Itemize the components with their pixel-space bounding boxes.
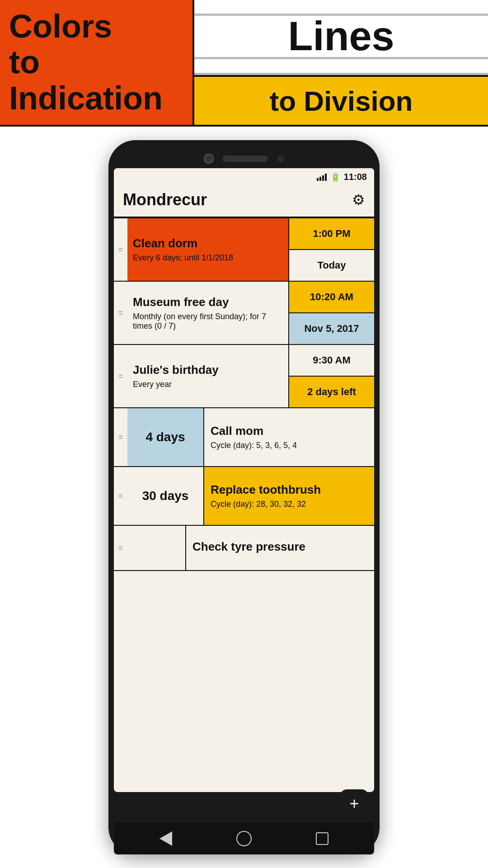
item-title: Julie's birthday [133, 363, 283, 377]
signal-bar-4 [325, 174, 327, 181]
item-subtitle: Every year [133, 380, 283, 389]
item-subtitle: Monthly (on every first Sunday); for 7 t… [133, 312, 283, 331]
back-button[interactable] [160, 831, 172, 846]
item-right-toothbrush: Replace toothbrush Cycle (day): 28, 30, … [204, 467, 374, 525]
signal-icon [317, 174, 327, 181]
status-time: 11:08 [344, 172, 367, 182]
settings-icon[interactable]: ⚙ [352, 191, 365, 208]
list-container: = Clean dorm Every 6 days; until 1/1/201… [114, 217, 374, 792]
list-item[interactable]: = Museum free day Monthly (on every firs… [114, 282, 374, 345]
list-item[interactable]: = 30 days Replace toothbrush Cycle (day)… [114, 467, 374, 526]
item-time: 9:30 AM [289, 345, 374, 377]
list-item[interactable]: = Julie's birthday Every year 9:30 AM 2 … [114, 345, 374, 408]
item-left-museum: Museum free day Monthly (on every first … [127, 282, 288, 344]
drag-handle[interactable]: = [114, 345, 127, 407]
item-left-tyre [127, 526, 186, 570]
item-title: Check tyre pressure [192, 540, 305, 554]
item-right-call-mom: Call mom Cycle (day): 5, 3, 6, 5, 4 [204, 408, 374, 466]
item-date: Today [289, 250, 374, 281]
item-date: 2 days left [289, 377, 374, 407]
item-days: 4 days [145, 430, 185, 444]
item-right-clean-dorm: 1:00 PM Today [288, 218, 374, 281]
item-right-julie: 9:30 AM 2 days left [288, 345, 374, 407]
item-left-call-mom: 4 days [127, 408, 204, 466]
drag-handle[interactable]: = [114, 218, 127, 281]
item-left-julie: Julie's birthday Every year [127, 345, 288, 407]
banner-division-text: to Division [270, 85, 413, 117]
speaker [223, 156, 268, 162]
camera [204, 154, 214, 164]
signal-bar-2 [319, 177, 321, 181]
item-right-museum: 10:20 AM Nov 5, 2017 [288, 282, 374, 344]
banner-right-top: Lines [194, 0, 488, 75]
app-title: Mondrecur [123, 190, 207, 209]
phone-nav-bar [114, 823, 374, 854]
item-title: Call mom [211, 424, 368, 438]
list-item[interactable]: = Clean dorm Every 6 days; until 1/1/201… [114, 218, 374, 282]
battery-icon: 🔋 [330, 172, 340, 182]
item-title: Museum free day [133, 295, 283, 309]
item-left-toothbrush: 30 days [127, 467, 204, 525]
drag-handle[interactable]: = [114, 467, 127, 525]
recents-button[interactable] [316, 832, 328, 845]
item-right-tyre: Check tyre pressure [186, 526, 374, 570]
item-time: 1:00 PM [289, 218, 374, 250]
item-left-clean-dorm: Clean dorm Every 6 days; until 1/1/2018 [127, 218, 288, 281]
list-item[interactable]: = Check tyre pressure [114, 526, 374, 571]
phone-top-bar [114, 154, 374, 164]
item-title: Replace toothbrush [211, 483, 368, 497]
drag-handle[interactable]: = [114, 282, 127, 344]
drag-handle[interactable]: = [114, 408, 127, 466]
signal-bar-1 [317, 178, 319, 181]
item-subtitle: Every 6 days; until 1/1/2018 [133, 253, 283, 263]
home-button[interactable] [236, 831, 252, 846]
phone-wrapper: 🔋 11:08 Mondrecur ⚙ = Clean dorm Every 6… [0, 127, 488, 868]
sensor [277, 155, 284, 162]
item-time: 10:20 AM [289, 282, 374, 313]
drag-handle[interactable]: = [114, 526, 127, 570]
fab-button[interactable]: + [340, 789, 369, 818]
top-banner: Colors to Indication Lines to Division [0, 0, 488, 127]
phone-screen: 🔋 11:08 Mondrecur ⚙ = Clean dorm Every 6… [114, 168, 374, 792]
signal-bar-3 [322, 175, 324, 181]
list-item[interactable]: = 4 days Call mom Cycle (day): 5, 3, 6, … [114, 408, 374, 467]
banner-right: Lines to Division [194, 0, 488, 125]
banner-left: Colors to Indication [0, 0, 194, 125]
item-title: Clean dorm [133, 236, 283, 250]
phone: 🔋 11:08 Mondrecur ⚙ = Clean dorm Every 6… [108, 140, 380, 854]
status-bar: 🔋 11:08 [114, 168, 374, 186]
item-days: 30 days [142, 489, 189, 503]
app-header: Mondrecur ⚙ [114, 186, 374, 217]
banner-lines-text: Lines [288, 13, 394, 60]
item-date: Nov 5, 2017 [289, 313, 374, 344]
item-subtitle: Cycle (day): 28, 30, 32, 32 [211, 500, 368, 509]
item-subtitle: Cycle (day): 5, 3, 6, 5, 4 [211, 441, 368, 450]
banner-left-text: Colors to Indication [9, 9, 183, 116]
banner-right-bottom: to Division [194, 75, 488, 125]
